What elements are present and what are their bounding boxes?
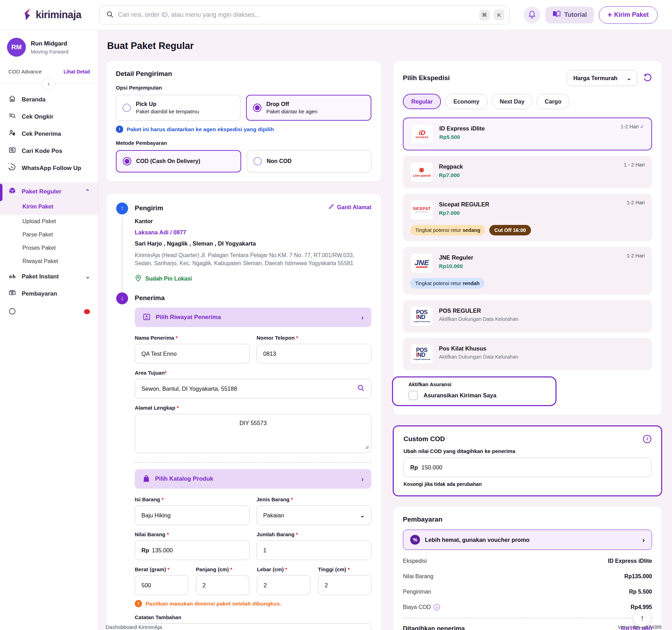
pickup-radio[interactable]: [122, 104, 131, 112]
penerima-title: Penerima: [135, 292, 371, 302]
sender-area: Sari Harjo , Ngaglik , Sleman , DI Yogya…: [135, 240, 371, 247]
form-paket-card: ↑ Pengirim Ganti Alamat Kant: [106, 193, 382, 630]
aktifkan-asuransi-label: Aktifkan Asuransi: [408, 382, 549, 387]
lion-parcel-logo: ֍Lion parcel: [410, 162, 433, 182]
pilih-riwayat-penerima-button[interactable]: Pilih Riwayat Penerima ›: [135, 307, 371, 327]
noncod-radio[interactable]: [253, 157, 262, 165]
app-logo[interactable]: kiriminaja: [22, 8, 99, 22]
contact-card-icon: [142, 313, 151, 322]
tab-cargo[interactable]: Cargo: [537, 94, 569, 109]
chevron-right-icon: ›: [642, 536, 645, 544]
dropoff-option[interactable]: Drop Off Paket diantar ke agen: [246, 95, 371, 121]
home-icon: [8, 95, 16, 104]
notifications-button[interactable]: [524, 7, 540, 23]
sidebar-collapse-button[interactable]: ‹: [42, 77, 55, 91]
sidebar-item-cek-ongkir[interactable]: Cek Ongkir: [0, 108, 98, 125]
sidebar-item-kirim-paket[interactable]: Kirim Paket: [0, 200, 98, 213]
sender-contact: Laksana Adi / 0877: [135, 229, 371, 236]
courier-option-regpack[interactable]: ֍Lion parcel Regpack Rp7.000 1 - 2 Hari: [403, 156, 652, 188]
area-tujuan-input[interactable]: Sewon, Bantul, DI Yogyakarta, 55188: [135, 379, 371, 398]
courier-option-jne[interactable]: JNE JNE Reguler Rp10.000 1-2 Hari Tingka…: [403, 247, 652, 295]
nilai-barang-input[interactable]: Rp135.000: [135, 540, 250, 560]
custom-cod-desc: Ubah nilai COD yang ditagihkan ke peneri…: [404, 448, 651, 454]
cutoff-badge: Cut Off 16:00: [489, 225, 531, 235]
tab-next-day[interactable]: Next Day: [492, 94, 533, 109]
voucher-promo-button[interactable]: % Lebih hemat, gunakan voucher promo ›: [403, 530, 652, 550]
sidebar: RM Run Midgard Moving Forward COD Advanc…: [0, 30, 99, 630]
global-search-input[interactable]: Cari resi, order ID, atau menu yang ingi…: [99, 6, 510, 24]
lebar-input[interactable]: 2: [257, 575, 310, 595]
sidebar-item-beranda[interactable]: Beranda: [0, 91, 98, 108]
noncod-label: Non COD: [267, 158, 292, 164]
asuransi-checkbox[interactable]: [408, 391, 418, 400]
sidebar-item-cek-penerima[interactable]: Cek Penerima: [0, 125, 98, 142]
dimension-warning-text: Pastikan masukan dimensi paket setelah d…: [146, 601, 281, 607]
cod-advance-detail-link[interactable]: Lihat Detail: [64, 69, 90, 75]
metode-pembayaran-label: Metode Pembayaran: [116, 140, 371, 146]
courier-option-sicepat[interactable]: SICEP∆TEKSPRES Sicepat REGULER Rp7.000 1…: [403, 194, 652, 241]
sidebar-item-proses-paket[interactable]: Proses Paket: [0, 241, 98, 255]
jenis-barang-field: Jenis Barang * Pakaian ⌄: [257, 496, 371, 525]
cod-option[interactable]: COD (Cash On Delivery): [116, 150, 241, 172]
user-profile[interactable]: RM Run Midgard Moving Forward: [0, 38, 98, 57]
jumlah-barang-input[interactable]: 1: [257, 540, 371, 560]
tinggi-input[interactable]: 2: [318, 575, 372, 595]
footer-app-name: Dashsbboard KiriminAja: [106, 624, 162, 630]
sender-address: KiriminAja (Head Quarter) Jl. Palagan Te…: [135, 251, 371, 267]
nomor-telepon-input[interactable]: 0813: [257, 344, 371, 363]
kirim-paket-button[interactable]: + Kirim Paket: [599, 6, 658, 24]
sidebar-item-riwayat-paket[interactable]: Riwayat Paket: [0, 255, 98, 268]
scooter-icon: [8, 272, 16, 281]
search-icon: [106, 10, 114, 20]
sidebar-item-clipped[interactable]: [0, 303, 98, 320]
nama-penerima-input[interactable]: QA Test Enno: [135, 344, 250, 363]
search-icon[interactable]: [357, 384, 365, 393]
info-icon[interactable]: i: [643, 435, 651, 443]
sidebar-item-paket-instant[interactable]: Paket Instant ⌄: [0, 268, 98, 285]
kirim-paket-label: Kirim Paket: [614, 11, 649, 19]
sidebar-item-pembayaran[interactable]: Pembayaran: [0, 285, 98, 302]
sidebar-item-cari-kode-pos[interactable]: Cari Kode Pos: [0, 142, 98, 160]
courier-option-pos-kilat[interactable]: POSINDLogistik Indonesia Pos Kilat Khusu…: [403, 338, 652, 370]
pilih-katalog-produk-button[interactable]: Pilih Katalog Produk ›: [135, 469, 371, 489]
sort-select[interactable]: Harga Termurah ⌄: [567, 70, 637, 86]
tab-regular[interactable]: Regular: [403, 94, 441, 109]
info-icon[interactable]: i: [434, 604, 440, 610]
pin-lokasi-status[interactable]: Sudah Pin Lokasi: [135, 274, 371, 283]
tutorial-button[interactable]: Tutorial: [545, 7, 594, 23]
sidebar-item-parse-paket[interactable]: Parse Paket: [0, 228, 98, 241]
sidebar-item-upload-paket[interactable]: Upload Paket: [0, 215, 98, 228]
pembayaran-card: Pembayaran % Lebih hemat, gunakan vouche…: [393, 506, 662, 630]
catatan-tambahan-textarea[interactable]: Baju Hiking: [135, 623, 371, 630]
sidebar-item-label: Beranda: [22, 96, 46, 103]
reset-button[interactable]: [643, 73, 652, 83]
courier-option-pos-reguler[interactable]: POSINDLogistik Indonesia POS REGULER Akt…: [403, 300, 652, 332]
noncod-option[interactable]: Non COD: [247, 150, 371, 172]
chevron-down-icon: ⌄: [360, 512, 365, 519]
resize-handle[interactable]: [364, 444, 369, 451]
cod-radio[interactable]: [123, 157, 131, 165]
alamat-lengkap-textarea[interactable]: DIY 55573: [135, 414, 371, 453]
pengirim-section: ↑ Pengirim Ganti Alamat Kant: [116, 203, 371, 292]
jenis-barang-select[interactable]: Pakaian ⌄: [257, 505, 371, 525]
panjang-input[interactable]: 2: [196, 575, 250, 595]
custom-cod-input[interactable]: Rp150.000: [404, 458, 651, 477]
tab-economy[interactable]: Economy: [445, 94, 487, 109]
panjang-field: Panjang (cm) * 2: [196, 566, 250, 595]
isi-barang-input[interactable]: Baju Hiking: [135, 505, 250, 525]
package-icon: [8, 187, 16, 196]
sidebar-item-whatsapp-follow-up[interactable]: WhatsApp Follow Up: [0, 160, 98, 177]
bell-icon: [528, 10, 536, 20]
scroll-to-top-button[interactable]: ↑: [634, 609, 651, 627]
custom-cod-card: Custom COD i Ubah nilai COD yang ditagih…: [393, 425, 662, 496]
person-check-icon: [8, 129, 16, 139]
sidebar-item-paket-reguler[interactable]: Paket Reguler ⌃: [0, 183, 98, 200]
courier-option-id-express[interactable]: iDEXPRESS ID Express iDlite Rp5.500 1-2 …: [403, 118, 652, 150]
catatan-tambahan-field: Catatan Tambahan Baju Hiking: [135, 614, 371, 630]
dropoff-radio[interactable]: [253, 104, 261, 112]
circle-icon: [8, 307, 16, 316]
berat-input[interactable]: 500: [135, 575, 188, 595]
pickup-option[interactable]: Pick Up Paket diambil ke tempatmu: [116, 95, 240, 121]
ganti-alamat-link[interactable]: Ganti Alamat: [328, 204, 371, 211]
sicepat-logo: SICEP∆TEKSPRES: [410, 200, 433, 220]
